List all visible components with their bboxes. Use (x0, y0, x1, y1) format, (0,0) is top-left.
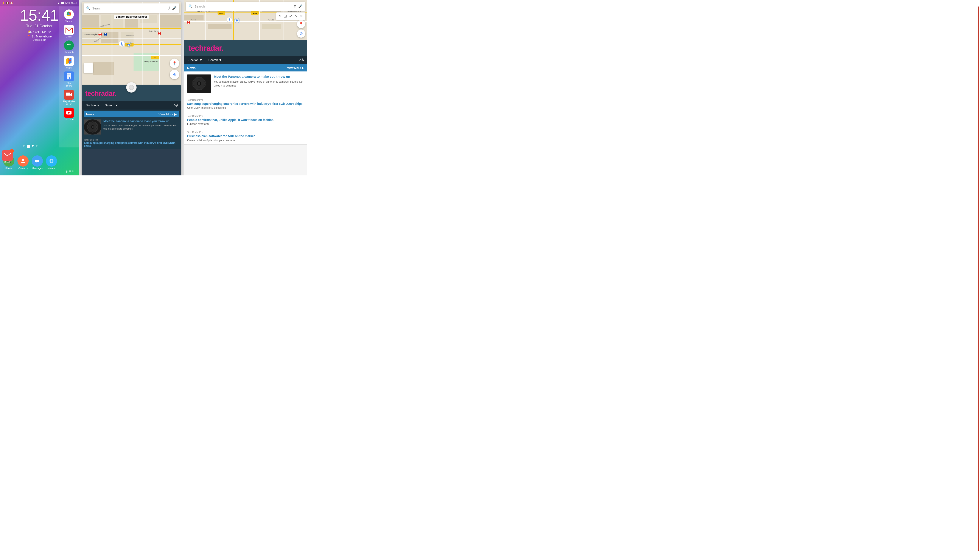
article-content-mid: Meet the Panono: a camera to make you th… (103, 119, 179, 135)
playmovies-label: Play Movies& TV (62, 100, 75, 105)
wifi-icon: ▲ (57, 2, 60, 4)
article-row-samsung[interactable]: TechRadar Pro Samsung supercharging ente… (184, 96, 307, 112)
news-article-mid[interactable]: Meet the Panono: a camera to make you th… (84, 117, 179, 137)
home-screen: ⚡ 🔇 ⏰ ▲ ▮▮▮ 57% 15:41 15:41 Tue, 21 Octo… (0, 0, 79, 175)
samsung-title-mid[interactable]: Samsung supercharging enterprise servers… (84, 141, 179, 148)
mic-icon-right: 🎤 (298, 4, 302, 8)
pro-label-business: TechRadar Pro (187, 131, 304, 133)
map-body: A501 A1 Marylebone Rd Crawford St Boston… (82, 2, 181, 86)
menu-button[interactable]: ☰ (84, 63, 93, 73)
tr-content: News View More ▶ (184, 64, 307, 175)
article-title-business: Business plan software: top four on the … (187, 134, 304, 138)
my-location-right[interactable]: ⊙ (297, 30, 305, 38)
sidebar-item-playbooks[interactable]: PlayBooks (60, 71, 78, 88)
view-more-right[interactable]: View More ▶ (287, 66, 304, 70)
section-dropdown-right[interactable]: Section ▼ (187, 57, 204, 63)
map-overlay-close[interactable]: ✕ (300, 14, 303, 19)
featured-article[interactable]: Meet the Panono: a camera to make you th… (184, 71, 307, 96)
svg-point-83 (92, 131, 93, 132)
youtube-label: YouTube (64, 118, 73, 121)
svg-point-120 (203, 81, 205, 83)
map-search-bar[interactable]: 🔍 Search ⤴ 🎤 (84, 3, 179, 13)
svg-rect-98 (208, 24, 232, 29)
article-row-pebble[interactable]: TechRadar Pro Pebble confirms that, unli… (184, 112, 307, 128)
map-card: A501 A1 Marylebone Rd Crawford St Boston… (82, 2, 181, 86)
contacts-label: Contacts (18, 167, 27, 170)
hangouts-label: Hangouts (64, 51, 74, 53)
map-search-right[interactable]: 🔍 Search ⚙ 🎤 (186, 2, 305, 11)
featured-content: Meet the Panono: a camera to make you th… (214, 75, 304, 93)
battery-level: 57% (65, 2, 70, 4)
map-overlay-screenshot[interactable]: ⊡ (284, 14, 287, 19)
search-dropdown-mid[interactable]: Search ▼ (103, 103, 119, 108)
weather-icon: ⛅ (28, 30, 32, 34)
svg-point-126 (204, 83, 206, 84)
dock-item-contacts[interactable]: Contacts (18, 156, 29, 170)
pin-location-right[interactable]: 📍 (297, 20, 305, 28)
svg-rect-34 (82, 14, 99, 27)
article-title-mid: Meet the Panono: a camera to make you th… (103, 119, 179, 123)
svg-point-80 (88, 128, 90, 129)
svg-point-78 (88, 125, 90, 126)
maps-label: Maps (66, 66, 72, 69)
sidebar-item-gmail[interactable]: Gmail (60, 24, 78, 39)
techradar-card-mid: techradar. Section ▼ Search ▼ A A News V… (82, 85, 181, 175)
sidebar-item-hangouts[interactable]: Hangouts (60, 40, 78, 54)
section-dropdown-mid[interactable]: Section ▼ (84, 103, 101, 108)
page-dot-active (32, 145, 33, 146)
map-location-label: London Business School (114, 14, 149, 19)
svg-rect-30 (66, 172, 67, 173)
email-badge: 4 (10, 149, 14, 153)
dock-item-internet[interactable]: Internet (46, 156, 57, 170)
article-row-business[interactable]: TechRadar Pro Business plan software: to… (184, 128, 307, 144)
article-desc-samsung: Octo-DDR4-monster is unleashed (187, 106, 304, 110)
svg-point-77 (92, 126, 94, 128)
messages-icon (32, 156, 43, 167)
pro-label-mid: TechRadar Pro (84, 137, 179, 141)
article-desc-pebble: Function over form (187, 122, 304, 125)
playmovies-app-icon (64, 90, 74, 100)
sidebar-item-chrome[interactable]: Chrome (60, 9, 78, 23)
drag-handle[interactable] (126, 82, 137, 92)
gmail-app-icon (64, 25, 74, 35)
font-size-control-mid[interactable]: A A (174, 103, 178, 107)
article-desc-business: Create bulletproof plans for your busine… (187, 139, 304, 142)
sidebar-item-playmovies[interactable]: Play Movies& TV (60, 89, 78, 106)
dock-item-email[interactable]: 4 Email (2, 150, 13, 164)
map-overlay-controls: ↻ ⊡ ⤢ ⤡ ✕ (276, 13, 305, 20)
svg-point-19 (22, 159, 24, 161)
temp-low: 8° (48, 30, 51, 34)
sidebar-item-youtube[interactable]: YouTube (60, 107, 78, 122)
status-bar: ⚡ 🔇 ⏰ ▲ ▮▮▮ 57% 15:41 (0, 0, 79, 6)
svg-rect-109 (187, 22, 190, 23)
font-size-control-right[interactable]: A A (299, 58, 304, 62)
svg-point-122 (203, 84, 205, 87)
youtube-app-icon (64, 108, 74, 118)
app-grid-button[interactable] (62, 170, 78, 173)
svg-rect-32 (72, 170, 73, 172)
techradar-main: techradar. Section ▼ Search ▼ A A News V… (184, 40, 307, 175)
sidebar-item-maps[interactable]: Maps (60, 55, 78, 70)
article-thumb-mid (84, 119, 101, 135)
multitask-panel: A501 A1 Marylebone Rd Crawford St Boston… (79, 0, 184, 175)
pin-location-button[interactable]: 📍 (170, 59, 179, 68)
svg-text:Wargrave Arms: Wargrave Arms (144, 60, 158, 62)
svg-rect-38 (159, 14, 181, 27)
svg-text:Crawford St: Crawford St (125, 35, 134, 37)
view-more-link-mid[interactable]: View More ▶ (159, 113, 177, 116)
svg-rect-65 (104, 34, 107, 35)
hangouts-app-icon (64, 40, 74, 50)
news-header-mid: News View More ▶ (84, 111, 179, 117)
svg-point-123 (198, 77, 200, 79)
map-overlay-shrink[interactable]: ⤡ (294, 14, 298, 19)
tr-nav-mid: Section ▼ Search ▼ A A (82, 101, 181, 110)
dock-item-messages[interactable]: Messages (32, 156, 43, 170)
news-header-right: News View More ▶ (184, 64, 307, 71)
map-overlay-expand[interactable]: ⤢ (289, 14, 292, 19)
search-dropdown-right[interactable]: Search ▼ (207, 57, 223, 63)
my-location-button[interactable]: ⊙ (170, 70, 179, 79)
page-dot-3 (36, 145, 38, 146)
svg-point-6 (67, 44, 68, 45)
map-overlay-refresh[interactable]: ↻ (278, 14, 282, 19)
pro-label-pebble: TechRadar Pro (187, 115, 304, 117)
